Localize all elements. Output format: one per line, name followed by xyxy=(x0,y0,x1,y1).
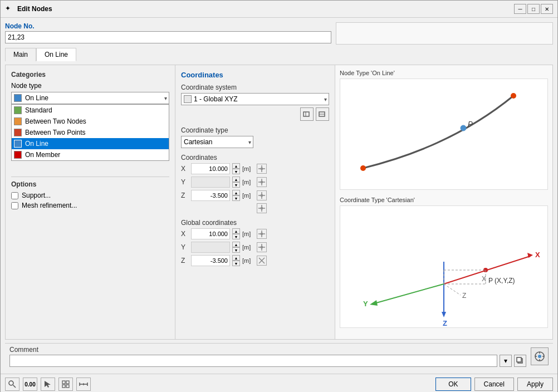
node-type-dropdown-btn[interactable]: On Line ▾ xyxy=(11,92,169,104)
gx-step-up[interactable]: ▲ xyxy=(232,228,240,234)
type-on-line[interactable]: On Line xyxy=(12,138,169,149)
extra-pick-icon[interactable] xyxy=(257,203,267,213)
gy-input[interactable] xyxy=(191,242,230,253)
global-coords-label: Global coordinates xyxy=(181,219,329,227)
gy-pick-icon[interactable] xyxy=(257,242,267,252)
bottom-bar: Comment ▾ xyxy=(5,343,553,369)
coord-system-dropdown[interactable]: 1 - Global XYZ ▾ xyxy=(181,93,329,105)
minimize-button[interactable]: ─ xyxy=(514,4,526,14)
coord-icon-2[interactable] xyxy=(316,107,329,121)
comment-section: Comment ▾ xyxy=(9,346,526,367)
cartesian-diagram-section: Coordinate Type 'Cartesian' Z X xyxy=(340,197,548,328)
mesh-refinement-checkbox[interactable] xyxy=(11,202,18,209)
cancel-button[interactable]: Cancel xyxy=(474,378,514,391)
window-controls: ─ □ ✕ xyxy=(514,4,553,14)
type-standard-label: Standard xyxy=(25,106,52,114)
svg-line-55 xyxy=(13,385,16,388)
comment-copy-btn[interactable] xyxy=(514,355,526,367)
svg-point-26 xyxy=(360,165,366,171)
coord-type-dropdown[interactable]: Cartesian ▾ xyxy=(181,136,253,148)
x-unit: [m] xyxy=(242,165,254,172)
gz-pick-icon[interactable] xyxy=(257,256,267,266)
on-line-diagram-title: Node Type 'On Line' xyxy=(340,70,548,76)
svg-marker-56 xyxy=(45,381,51,388)
svg-text:X: X xyxy=(535,251,540,259)
type-standard[interactable]: Standard xyxy=(12,105,169,116)
x-step-up[interactable]: ▲ xyxy=(232,163,240,169)
left-panel: Categories Node type On Line ▾ Standard xyxy=(6,65,175,339)
comment-dropdown-btn[interactable]: ▾ xyxy=(500,355,512,367)
gx-pick-icon[interactable] xyxy=(257,229,267,239)
support-checkbox[interactable] xyxy=(11,192,18,199)
measure-footer-icon[interactable] xyxy=(76,378,91,391)
x-step-down[interactable]: ▼ xyxy=(232,169,240,174)
support-row: Support... xyxy=(11,192,169,199)
coord-system-arrow: ▾ xyxy=(324,96,327,102)
cursor-footer-icon[interactable] xyxy=(41,378,55,391)
gz-step-down[interactable]: ▼ xyxy=(232,261,240,266)
standard-color-box xyxy=(14,106,22,114)
x-row: X ▲ ▼ [m] xyxy=(181,163,329,174)
tab-main[interactable]: Main xyxy=(5,48,36,61)
gz-step-up[interactable]: ▲ xyxy=(232,255,240,261)
diagram-preview-btn[interactable] xyxy=(531,347,549,365)
coord-system-dropdown-container: 1 - Global XYZ ▾ xyxy=(181,93,329,105)
gz-input[interactable] xyxy=(191,255,230,266)
content-area: Categories Node type On Line ▾ Standard xyxy=(5,65,553,340)
middle-panel: Coordinates Coordinate system 1 - Global… xyxy=(175,65,335,339)
gx-input[interactable] xyxy=(191,228,230,239)
type-between-two-points[interactable]: Between Two Points xyxy=(12,127,169,138)
x-pick-icon[interactable] xyxy=(257,164,267,174)
cartesian-diagram-title: Coordinate Type 'Cartesian' xyxy=(340,197,548,203)
between-points-color-box xyxy=(14,129,22,136)
title-bar: ✦ Edit Nodes ─ □ ✕ xyxy=(1,1,557,18)
mesh-refinement-label: Mesh refinement... xyxy=(22,202,77,209)
z-step-up[interactable]: ▲ xyxy=(232,190,240,195)
gz-unit: [m] xyxy=(242,257,254,264)
svg-rect-57 xyxy=(62,381,65,384)
coord-icon-1[interactable] xyxy=(300,107,314,121)
footer: 0.00 OK Cancel Apply xyxy=(1,374,557,392)
coord-system-row: 1 - Global XYZ ▾ xyxy=(181,93,329,105)
mesh-refinement-row: Mesh refinement... xyxy=(11,202,169,209)
tab-on-line[interactable]: On Line xyxy=(36,48,76,61)
svg-rect-47 xyxy=(517,357,521,362)
comment-input[interactable] xyxy=(9,355,497,367)
node-no-input[interactable] xyxy=(5,31,331,43)
coord-type-label: Coordinate type xyxy=(181,126,329,134)
y-step-up[interactable]: ▲ xyxy=(232,177,240,182)
tab-bar: Main On Line xyxy=(5,48,553,61)
y-input[interactable] xyxy=(191,177,230,188)
grid-footer-icon[interactable] xyxy=(58,378,73,391)
y-step-down[interactable]: ▼ xyxy=(232,182,240,188)
decimal-footer-icon[interactable]: 0.00 xyxy=(23,378,37,391)
type-on-member[interactable]: On Member xyxy=(12,149,169,160)
svg-point-24 xyxy=(461,125,466,131)
svg-marker-35 xyxy=(370,300,378,306)
on-line-diagram: P xyxy=(340,79,548,190)
x-label: X xyxy=(181,165,189,173)
footer-left: 0.00 xyxy=(5,378,432,391)
gx-step-down[interactable]: ▼ xyxy=(232,234,240,239)
y-unit: [m] xyxy=(242,179,254,185)
type-between-two-nodes[interactable]: Between Two Nodes xyxy=(12,116,169,127)
z-step-down[interactable]: ▼ xyxy=(232,195,240,201)
svg-line-34 xyxy=(374,284,444,303)
node-no-row: Node No. xyxy=(5,22,553,45)
y-label: Y xyxy=(181,178,189,186)
close-button[interactable]: ✕ xyxy=(541,4,553,14)
y-pick-icon[interactable] xyxy=(257,177,267,187)
window-title: Edit Nodes xyxy=(17,5,511,13)
z-label: Z xyxy=(181,192,189,199)
z-pick-icon[interactable] xyxy=(257,190,267,200)
gy-step-down[interactable]: ▼ xyxy=(232,247,240,253)
maximize-button[interactable]: □ xyxy=(527,4,540,14)
z-input[interactable] xyxy=(191,190,230,201)
ok-button[interactable]: OK xyxy=(435,378,471,391)
x-input[interactable] xyxy=(191,163,230,174)
gy-step-up[interactable]: ▲ xyxy=(232,242,240,247)
gy-unit: [m] xyxy=(242,244,254,251)
comment-label: Comment xyxy=(9,346,526,354)
search-footer-icon[interactable] xyxy=(5,378,19,391)
apply-button[interactable]: Apply xyxy=(517,378,553,391)
